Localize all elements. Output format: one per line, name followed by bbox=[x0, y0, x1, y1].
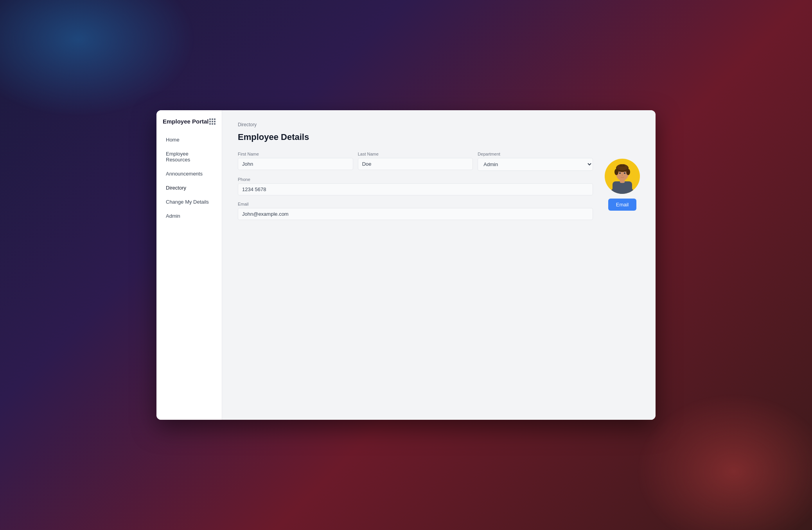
svg-point-7 bbox=[626, 169, 630, 175]
sidebar-item-employee-resources[interactable]: Employee Resources bbox=[160, 147, 219, 167]
department-select[interactable]: Admin HR Finance IT Sales bbox=[478, 158, 593, 171]
employee-details-form: First Name Last Name Department Admin HR… bbox=[238, 152, 640, 226]
last-name-label: Last Name bbox=[358, 152, 473, 156]
email-button[interactable]: Email bbox=[608, 199, 637, 211]
main-content: Directory Employee Details First Name La… bbox=[222, 110, 656, 420]
svg-point-5 bbox=[617, 164, 628, 170]
last-name-group: Last Name bbox=[358, 152, 473, 171]
phone-label: Phone bbox=[238, 177, 593, 182]
sidebar-item-change-my-details[interactable]: Change My Details bbox=[160, 195, 219, 209]
app-window: Employee Portal Home Employee Resources … bbox=[156, 110, 656, 420]
page-title: Employee Details bbox=[238, 132, 640, 142]
apps-icon[interactable] bbox=[209, 118, 216, 125]
avatar-section: Email bbox=[605, 152, 640, 211]
email-input[interactable] bbox=[238, 208, 593, 220]
sidebar-item-home[interactable]: Home bbox=[160, 133, 219, 147]
email-group: Email bbox=[238, 202, 593, 220]
first-name-input[interactable] bbox=[238, 158, 353, 170]
name-department-row: First Name Last Name Department Admin HR… bbox=[238, 152, 593, 171]
sidebar-item-admin[interactable]: Admin bbox=[160, 209, 219, 223]
sidebar-title: Employee Portal bbox=[163, 118, 209, 125]
last-name-input[interactable] bbox=[358, 158, 473, 170]
form-fields: First Name Last Name Department Admin HR… bbox=[238, 152, 593, 226]
email-row: Email bbox=[238, 202, 593, 220]
first-name-group: First Name bbox=[238, 152, 353, 171]
svg-rect-1 bbox=[613, 181, 632, 194]
department-group: Department Admin HR Finance IT Sales bbox=[478, 152, 593, 171]
first-name-label: First Name bbox=[238, 152, 353, 156]
svg-point-9 bbox=[624, 172, 625, 174]
phone-group: Phone bbox=[238, 177, 593, 195]
svg-point-6 bbox=[614, 169, 618, 175]
sidebar-nav: Home Employee Resources Announcements Di… bbox=[156, 133, 222, 223]
sidebar-header: Employee Portal bbox=[156, 118, 222, 132]
email-label: Email bbox=[238, 202, 593, 206]
avatar bbox=[605, 159, 640, 194]
svg-point-8 bbox=[619, 172, 621, 174]
phone-row: Phone bbox=[238, 177, 593, 195]
phone-input[interactable] bbox=[238, 183, 593, 195]
avatar-svg bbox=[605, 159, 640, 194]
sidebar-item-announcements[interactable]: Announcements bbox=[160, 167, 219, 181]
department-label: Department bbox=[478, 152, 593, 156]
breadcrumb: Directory bbox=[238, 122, 640, 127]
sidebar: Employee Portal Home Employee Resources … bbox=[156, 110, 222, 420]
sidebar-item-directory[interactable]: Directory bbox=[160, 181, 219, 195]
